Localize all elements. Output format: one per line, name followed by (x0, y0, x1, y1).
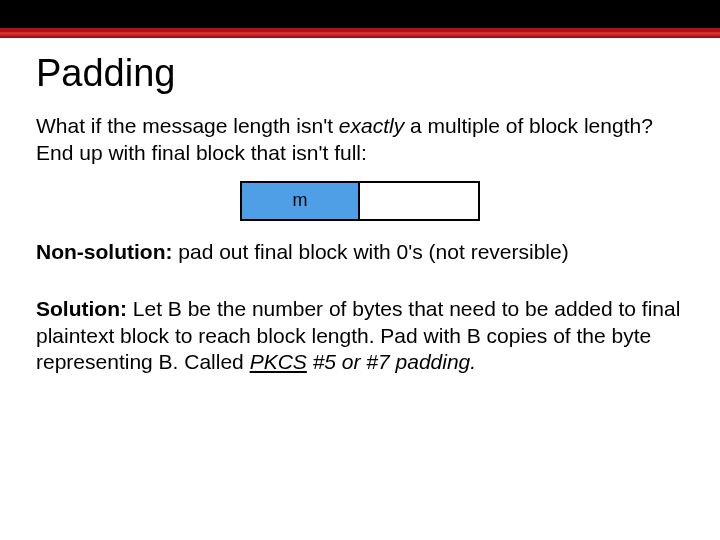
content-area: Padding What if the message length isn't… (0, 38, 720, 376)
solution-text: Solution: Let B be the number of bytes t… (36, 296, 684, 377)
block-label: m (293, 190, 308, 211)
header-bar (0, 0, 720, 38)
solution-suffix: #5 or #7 padding. (307, 350, 476, 373)
header-red-strip (0, 28, 720, 38)
nonsolution-label: Non-solution: (36, 240, 172, 263)
spacer (36, 280, 684, 296)
block-diagram: m (240, 181, 480, 221)
nonsolution-body: pad out final block with 0's (not revers… (172, 240, 568, 263)
block-filled-portion: m (242, 183, 360, 219)
nonsolution-text: Non-solution: pad out final block with 0… (36, 239, 684, 266)
slide: Padding What if the message length isn't… (0, 0, 720, 540)
header-black-strip (0, 0, 720, 28)
intro-exactly: exactly (339, 114, 404, 137)
intro-text: What if the message length isn't exactly… (36, 113, 684, 167)
solution-label: Solution: (36, 297, 127, 320)
pkcs-link: PKCS (250, 350, 307, 373)
slide-title: Padding (36, 52, 684, 95)
intro-part1: What if the message length isn't (36, 114, 339, 137)
